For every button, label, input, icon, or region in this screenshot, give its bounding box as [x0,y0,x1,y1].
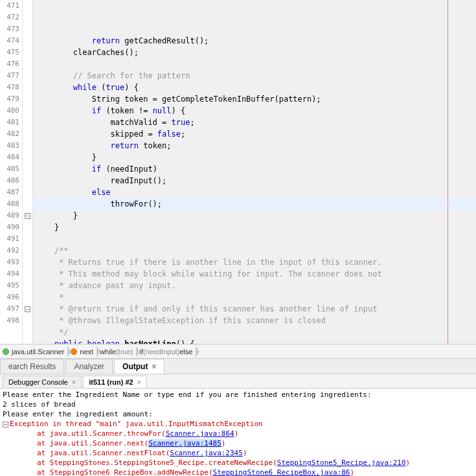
code-line[interactable]: public boolean hasNextLine() { [33,338,476,344]
code-line[interactable]: if (needInput) [33,163,476,175]
fold-cell [23,0,32,12]
line-number: 485 [0,163,19,175]
code-line[interactable]: // Search for the pattern [33,70,476,82]
line-number: 474 [0,35,19,47]
source-link[interactable]: Scanner.java:1485 [148,439,221,448]
breadcrumb-item[interactable]: java.util.Scanner [0,345,68,358]
fold-cell [23,256,32,268]
fold-cell [23,128,32,140]
code-line[interactable]: matchValid = true; [33,117,476,128]
panel-tab[interactable]: earch Results [0,359,64,374]
breadcrumb-item[interactable]: if (needInput) else [137,345,196,358]
output-subtab[interactable]: Debugger Console× [3,376,82,388]
code-line[interactable]: if (token != null) { [33,105,476,117]
collapse-icon[interactable]: − [3,422,8,427]
fold-cell [23,35,32,47]
line-number: 479 [0,93,19,105]
code-line[interactable]: return getCachedResult(); [33,35,476,47]
code-line[interactable]: clearCaches(); [33,47,476,58]
panel-tab[interactable]: Analyzer [65,359,113,374]
code-content[interactable]: return getCachedResult(); clearCaches();… [33,0,476,344]
code-line[interactable]: * Returns true if there is another line … [33,256,476,268]
source-link[interactable]: SteppingStone5_Recipe.java:210 [277,459,406,467]
line-number: 489 [0,210,19,221]
code-line[interactable]: throwFor(); [33,198,476,210]
fold-cell [23,70,32,82]
code-line[interactable]: * @return true if and only if this scann… [33,303,476,315]
line-number: 490 [0,221,19,233]
source-link[interactable]: SteppingStone6_RecipeBox.java:86 [213,468,350,476]
console-output[interactable]: Please enter the Ingredient Name or type… [0,389,476,476]
fold-cell [23,23,32,35]
code-line[interactable]: } [33,221,476,233]
code-line[interactable]: String token = getCompleteTokenInBuffer(… [33,93,476,105]
fold-cell [23,221,32,233]
fold-cell [23,58,32,70]
close-icon[interactable]: × [72,378,76,386]
fold-cell [23,140,32,152]
code-line[interactable]: * This method may block while waiting fo… [33,268,476,280]
line-number: 493 [0,256,19,268]
fold-cell [23,105,32,117]
code-line[interactable]: * [33,291,476,303]
code-line[interactable] [33,233,476,245]
code-line[interactable]: * @throws IllegalStateException if this … [33,315,476,326]
output-subtabs: Debugger Console×it511 (run) #2× [0,374,476,389]
line-number: 484 [0,152,19,163]
code-line[interactable]: while (true) { [33,82,476,93]
breadcrumb-item[interactable]: while (true) [97,345,137,358]
fold-cell [23,245,32,256]
stack-frame: at java.util.Scanner.next(Scanner.java:1… [3,438,473,448]
line-number: 478 [0,82,19,93]
fold-cell [23,291,32,303]
line-number: 471 [0,0,19,12]
line-number: 496 [0,291,19,303]
line-number: 476 [0,58,19,70]
output-subtab[interactable]: it511 (run) #2× [83,376,147,388]
code-line[interactable] [33,58,476,70]
console-line: Please enter the Ingredient Name or type… [3,390,473,400]
code-line[interactable]: } [33,152,476,163]
code-line[interactable]: */ [33,326,476,338]
fold-cell [23,163,32,175]
fold-toggle-icon[interactable] [25,306,30,312]
line-number: 472 [0,12,19,23]
line-number: 495 [0,280,19,291]
close-icon[interactable]: × [137,378,141,386]
exception-line: −Exception in thread "main" java.util.In… [3,419,473,429]
line-number: 473 [0,23,19,35]
line-number: 483 [0,140,19,152]
fold-cell [23,198,32,210]
stack-frame: at java.util.Scanner.nextFloat(Scanner.j… [3,448,473,458]
margin-rule [448,0,448,344]
method-icon [71,348,77,355]
stack-frame: at SteppingStones.SteppingStone5_Recipe.… [3,458,473,468]
fold-cell [23,93,32,105]
code-line[interactable]: } [33,210,476,221]
code-line[interactable]: /** [33,245,476,256]
breadcrumb-item[interactable]: next [68,345,97,358]
fold-cell [23,187,32,198]
fold-cell [23,12,32,23]
code-line[interactable]: skipped = false; [33,128,476,140]
line-number: 482 [0,128,19,140]
close-icon[interactable]: × [152,362,156,371]
code-line[interactable]: return token; [33,140,476,152]
fold-cell [23,175,32,187]
line-number: 488 [0,198,19,210]
code-line[interactable]: * advance past any input. [33,280,476,291]
line-number: 475 [0,47,19,58]
panel-tab[interactable]: Output× [114,359,164,374]
code-line[interactable]: else [33,187,476,198]
fold-cell [23,47,32,58]
line-number: 497 [0,303,19,315]
fold-toggle-icon[interactable] [25,213,30,219]
source-link[interactable]: Scanner.java:864 [166,429,234,438]
line-number: 481 [0,117,19,128]
fold-cell [23,117,32,128]
line-number: 477 [0,70,19,82]
line-number: 498 [0,315,19,326]
source-link[interactable]: Scanner.java:2345 [170,449,243,457]
fold-cell [23,82,32,93]
code-line[interactable]: readInput(); [33,175,476,187]
